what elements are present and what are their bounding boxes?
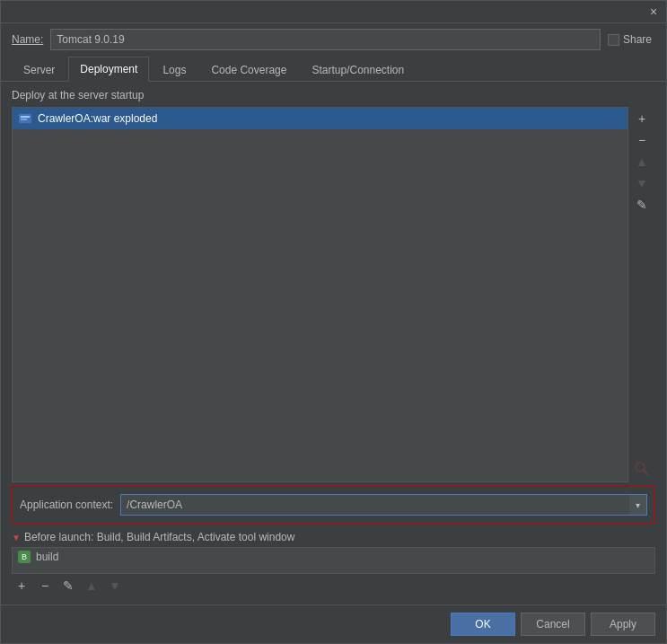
before-launch-toggle-icon: ▼ (12, 533, 21, 543)
cancel-button[interactable]: Cancel (521, 613, 585, 636)
dropdown-arrow-icon: ▾ (636, 500, 640, 510)
before-launch-list: B build (12, 547, 655, 574)
before-launch-item[interactable]: B build (13, 548, 654, 566)
before-launch-header[interactable]: ▼ Before launch: Build, Build Artifacts,… (12, 529, 655, 545)
edit-bl-button[interactable]: ✎ (58, 576, 78, 595)
deploy-list: CrawlerOA:war exploded (12, 107, 628, 482)
add-bl-button[interactable]: + (12, 576, 31, 595)
tab-startup[interactable]: Startup/Connection (300, 57, 416, 82)
share-checkbox[interactable] (608, 34, 619, 46)
ok-button[interactable]: OK (451, 613, 515, 636)
build-icon: B (18, 551, 31, 563)
share-row: Share (608, 33, 652, 46)
remove-bl-button[interactable]: − (35, 576, 55, 595)
svg-rect-2 (21, 119, 27, 120)
before-launch-label: Before launch: Build, Build Artifacts, A… (24, 531, 295, 543)
tab-logs[interactable]: Logs (151, 57, 197, 82)
app-context-input-wrap: ▾ (120, 494, 647, 516)
deploy-label: Deploy at the server startup (12, 89, 655, 101)
tab-deployment[interactable]: Deployment (68, 57, 149, 82)
before-launch-actions: + − ✎ ▲ ▼ (12, 574, 655, 597)
before-launch-items: B build (12, 547, 655, 574)
svg-rect-1 (21, 116, 30, 118)
app-context-row: Application context: ▾ (20, 494, 647, 516)
add-deploy-button[interactable]: + (632, 109, 652, 128)
before-launch-item-text: build (36, 551, 58, 563)
deploy-item[interactable]: CrawlerOA:war exploded (13, 108, 628, 129)
share-label: Share (623, 33, 652, 46)
list-actions: + − ▲ ▼ ✎ (628, 107, 655, 482)
name-row: Name: Share (1, 23, 666, 56)
artifact-icon (18, 111, 32, 126)
close-button[interactable]: × (646, 4, 661, 19)
move-up-bl-button[interactable]: ▲ (82, 576, 101, 595)
svg-text:B: B (22, 552, 27, 561)
name-label: Name: (12, 33, 43, 46)
remove-deploy-button[interactable]: − (632, 130, 652, 150)
move-down-bl-button[interactable]: ▼ (105, 576, 125, 595)
bottom-bar: OK Cancel Apply (1, 604, 666, 643)
edit-deploy-button[interactable]: ✎ (632, 195, 652, 215)
move-down-deploy-button[interactable]: ▼ (632, 173, 652, 193)
name-input[interactable] (50, 29, 601, 50)
deploy-item-text: CrawlerOA:war exploded (38, 112, 157, 125)
apply-button[interactable]: Apply (591, 613, 655, 636)
tab-code-coverage[interactable]: Code Coverage (199, 57, 298, 82)
run-debug-dialog: × Name: Share Server Deployment Logs Cod… (0, 0, 667, 644)
content-area: Deploy at the server startup CrawlerOA:w… (1, 82, 666, 604)
app-context-dropdown-button[interactable]: ▾ (629, 494, 647, 516)
tabs-bar: Server Deployment Logs Code Coverage Sta… (1, 56, 666, 82)
move-up-deploy-button[interactable]: ▲ (632, 152, 652, 172)
title-bar: × (1, 1, 666, 23)
app-context-input[interactable] (120, 494, 647, 516)
app-context-label: Application context: (20, 498, 113, 511)
before-launch-section: ▼ Before launch: Build, Build Artifacts,… (12, 529, 655, 597)
app-context-section: Application context: ▾ (12, 486, 655, 524)
deploy-list-container: CrawlerOA:war exploded + − ▲ ▼ ✎ (12, 107, 655, 482)
tab-server[interactable]: Server (12, 57, 66, 82)
